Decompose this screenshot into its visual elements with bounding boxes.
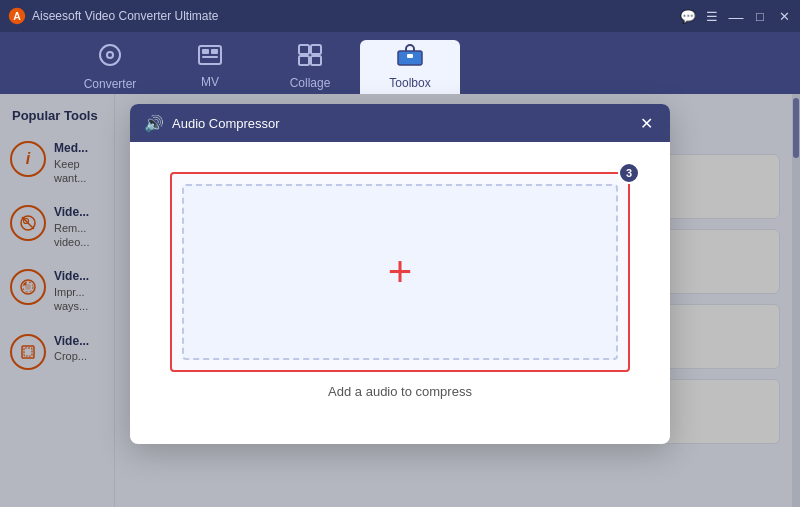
- title-bar-left: A Aiseesoft Video Converter Ultimate: [8, 7, 219, 25]
- svg-rect-11: [299, 56, 309, 65]
- window-controls: 💬 ☰ — □ ✕: [680, 8, 792, 24]
- close-button[interactable]: ✕: [776, 8, 792, 24]
- tab-toolbox-label: Toolbox: [389, 76, 430, 90]
- svg-rect-9: [299, 45, 309, 54]
- app-logo-icon: A: [8, 7, 26, 25]
- tab-collage-label: Collage: [290, 76, 331, 90]
- converter-icon: [98, 43, 122, 73]
- audio-compressor-dialog: 🔊 Audio Compressor ✕ + 3 Add a audio to …: [130, 104, 670, 444]
- menu-icon-btn[interactable]: ☰: [704, 8, 720, 24]
- mv-icon: [198, 45, 222, 71]
- collage-icon: [298, 44, 322, 72]
- svg-rect-14: [407, 54, 413, 58]
- svg-text:A: A: [13, 10, 21, 22]
- modal-overlay: 🔊 Audio Compressor ✕ + 3 Add a audio to …: [0, 94, 800, 507]
- svg-rect-7: [211, 49, 218, 54]
- minimize-button[interactable]: —: [728, 8, 744, 24]
- toolbox-icon: [397, 44, 423, 72]
- tab-mv-label: MV: [201, 75, 219, 89]
- svg-rect-6: [202, 49, 209, 54]
- modal-body: + 3 Add a audio to compress: [130, 142, 670, 429]
- drop-zone-badge: 3: [618, 162, 640, 184]
- svg-rect-8: [202, 56, 218, 58]
- modal-title-text: Audio Compressor: [172, 116, 280, 131]
- audio-compressor-icon: 🔊: [144, 114, 164, 133]
- svg-rect-12: [311, 56, 321, 65]
- nav-bar: Converter MV Collage: [0, 32, 800, 94]
- maximize-button[interactable]: □: [752, 8, 768, 24]
- drop-zone[interactable]: +: [170, 172, 630, 372]
- chat-icon-btn[interactable]: 💬: [680, 8, 696, 24]
- title-bar: A Aiseesoft Video Converter Ultimate 💬 ☰…: [0, 0, 800, 32]
- tab-converter[interactable]: Converter: [60, 40, 160, 94]
- svg-rect-10: [311, 45, 321, 54]
- tab-toolbox[interactable]: Toolbox: [360, 40, 460, 94]
- svg-rect-5: [199, 46, 221, 64]
- drop-zone-wrapper: + 3: [170, 172, 630, 372]
- tab-mv[interactable]: MV: [160, 40, 260, 94]
- modal-title: 🔊 Audio Compressor: [144, 114, 280, 133]
- modal-header: 🔊 Audio Compressor ✕: [130, 104, 670, 142]
- svg-point-4: [108, 53, 112, 57]
- drop-plus-icon: +: [388, 251, 413, 293]
- drop-zone-label: Add a audio to compress: [328, 384, 472, 399]
- main-area: Popular Tools i Med... Keepwant... Vide.…: [0, 94, 800, 507]
- tab-collage[interactable]: Collage: [260, 40, 360, 94]
- drop-zone-inner: +: [182, 184, 618, 360]
- tab-converter-label: Converter: [84, 77, 137, 91]
- app-title: Aiseesoft Video Converter Ultimate: [32, 9, 219, 23]
- modal-close-button[interactable]: ✕: [636, 113, 656, 133]
